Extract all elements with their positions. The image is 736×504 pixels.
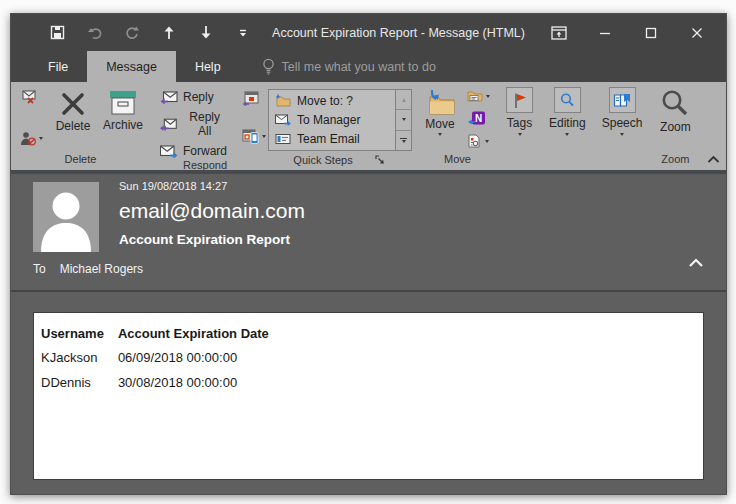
close-button[interactable]	[674, 18, 720, 48]
ribbon-group-tags: Tags	[499, 82, 540, 170]
message-header: Sun 19/08/2018 14:27 email@domain.com Ac…	[11, 174, 726, 292]
minimize-button[interactable]	[582, 18, 628, 48]
move-button-label: Move	[425, 117, 454, 131]
scroll-down-arrow	[402, 118, 406, 121]
zoom-button[interactable]: Zoom	[651, 87, 699, 136]
ribbon: Delete Archive Delete	[11, 82, 726, 170]
table-row: DDennis 30/08/2018 00:00:00	[41, 375, 283, 400]
gallery-more-button[interactable]	[396, 131, 411, 150]
actions-dropdown-arrow	[485, 140, 489, 143]
junk-dropdown-arrow	[39, 137, 43, 140]
previous-item-button[interactable]	[150, 19, 187, 47]
zoom-magnifier-icon	[660, 89, 690, 118]
ignore-button[interactable]	[19, 89, 44, 105]
outlook-message-window: Account Expiration Report - Message (HTM…	[10, 13, 727, 495]
junk-button[interactable]	[19, 130, 44, 147]
arrow-up-icon	[162, 25, 176, 40]
table-header-row: Username Account Expiration Date	[41, 326, 283, 350]
editing-label: Editing	[549, 116, 586, 130]
message-header-text: Sun 19/08/2018 14:27 email@domain.com Ac…	[119, 180, 305, 247]
collapse-ribbon-button[interactable]	[707, 152, 720, 167]
window-controls	[536, 18, 720, 48]
reply-button[interactable]: Reply	[158, 89, 229, 105]
quick-step-team-email[interactable]: Team Email	[273, 132, 391, 146]
onenote-button[interactable]: N	[466, 110, 491, 126]
ignore-icon	[20, 90, 37, 104]
reply-all-label: Reply All	[182, 110, 227, 138]
group-label-delete: Delete	[13, 150, 148, 170]
speech-label: Speech	[602, 116, 643, 130]
actions-button[interactable]	[466, 133, 491, 149]
quick-steps-dialog-launcher[interactable]	[375, 155, 385, 165]
tab-file[interactable]: File	[29, 51, 87, 82]
editing-button[interactable]	[554, 87, 581, 113]
arrow-down-icon	[199, 25, 213, 40]
minimize-icon	[599, 27, 611, 39]
save-button[interactable]	[39, 19, 76, 47]
username-cell: KJackson	[41, 350, 118, 375]
tab-message[interactable]: Message	[87, 51, 176, 82]
tags-dropdown-arrow	[518, 133, 522, 136]
tags-label: Tags	[507, 116, 532, 130]
gallery-scroll-down-button[interactable]	[396, 110, 411, 130]
tab-help[interactable]: Help	[176, 51, 240, 82]
close-icon	[691, 27, 703, 39]
flag-icon	[512, 92, 528, 109]
quick-step-to-manager[interactable]: To Manager	[273, 113, 391, 127]
delete-x-icon	[59, 89, 87, 117]
ribbon-tab-row: File Message Help Tell me what you want …	[11, 51, 726, 82]
junk-person-icon	[20, 131, 36, 146]
to-recipient[interactable]: Michael Rogers	[60, 262, 143, 276]
move-dropdown-arrow	[438, 133, 442, 136]
quick-steps-gallery-scrollbar	[395, 90, 411, 150]
gallery-scroll-up-button[interactable]	[396, 90, 411, 110]
to-label: To	[33, 262, 46, 276]
delete-button[interactable]: Delete	[48, 87, 98, 135]
username-cell: DDennis	[41, 375, 118, 400]
archive-icon	[108, 89, 138, 116]
group-label-zoom: Zoom	[651, 150, 699, 170]
reply-all-button[interactable]: Reply All	[158, 109, 229, 139]
meeting-icon	[242, 91, 259, 106]
rules-dropdown-arrow	[486, 95, 490, 98]
archive-button-label: Archive	[103, 118, 143, 132]
archive-button[interactable]: Archive	[98, 87, 148, 134]
message-body-area: Username Account Expiration Date KJackso…	[11, 292, 726, 494]
collapse-ribbon-chevron-icon	[707, 155, 720, 164]
collapse-header-button[interactable]	[688, 256, 704, 271]
undo-icon	[87, 26, 103, 40]
maximize-icon	[645, 27, 657, 39]
undo-button[interactable]	[76, 19, 113, 47]
move-to-folder-icon	[275, 94, 291, 107]
move-button[interactable]: Move	[418, 87, 462, 138]
message-sender[interactable]: email@domain.com	[119, 199, 305, 223]
tell-me-search[interactable]: Tell me what you want to do	[262, 51, 436, 82]
svg-text:N: N	[475, 113, 482, 124]
expiration-table: Username Account Expiration Date KJackso…	[41, 326, 283, 400]
dialog-launcher-icon	[375, 155, 385, 165]
ribbon-group-quick-steps: Move to: ? To Manager	[262, 82, 416, 170]
person-silhouette-icon	[33, 182, 99, 252]
titlebar[interactable]: Account Expiration Report - Message (HTM…	[11, 14, 726, 51]
redo-button[interactable]	[113, 19, 150, 47]
quick-step-move-to[interactable]: Move to: ?	[273, 94, 391, 108]
rules-button[interactable]	[466, 89, 491, 103]
reply-label: Reply	[183, 90, 214, 104]
quick-access-toolbar	[39, 19, 261, 47]
ribbon-display-options-button[interactable]	[536, 18, 582, 48]
zoom-button-label: Zoom	[660, 120, 691, 134]
quick-steps-gallery: Move to: ? To Manager	[268, 89, 412, 151]
ribbon-group-editing: Editing	[542, 82, 593, 170]
customize-quick-access-button[interactable]	[224, 19, 261, 47]
maximize-button[interactable]	[628, 18, 674, 48]
message-date: Sun 19/08/2018 14:27	[119, 180, 305, 192]
column-header-expiration-date: Account Expiration Date	[118, 326, 283, 350]
tags-button[interactable]	[506, 87, 533, 113]
expiration-date-cell: 30/08/2018 00:00:00	[118, 375, 283, 400]
ribbon-group-delete: Delete Archive Delete	[13, 82, 148, 170]
next-item-button[interactable]	[187, 19, 224, 47]
gallery-more-bar	[400, 138, 407, 140]
forward-button[interactable]: Forward	[158, 143, 229, 159]
speech-button[interactable]	[609, 87, 636, 113]
ribbon-group-speech: Speech	[595, 82, 650, 170]
